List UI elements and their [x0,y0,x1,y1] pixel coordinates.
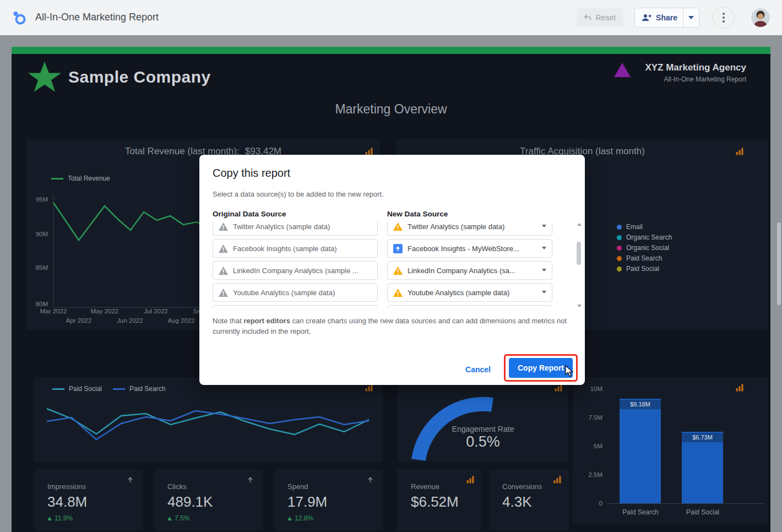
reset-button[interactable]: Reset [577,8,624,27]
divider [683,8,683,27]
share-button[interactable]: Share [634,8,699,28]
warning-icon [393,289,403,297]
data-source-row [213,305,569,308]
new-data-source-header: New Data Source [387,210,448,218]
original-data-source-header: Original Data Source [213,210,286,218]
report-title: All-In-One Marketing Report [35,12,159,23]
topbar: All-In-One Marketing Report Reset Share [0,0,782,35]
dropdown-caret-icon [542,269,546,272]
data-source-list: Twitter Analytics (sample data) Twitter … [213,222,569,308]
dropdown-caret-icon [542,291,546,294]
person-add-icon [642,13,651,23]
window-scrollbar-thumb[interactable] [777,222,781,305]
warning-icon [393,222,403,231]
warning-icon [393,267,403,275]
cursor-icon [565,365,574,377]
original-data-source: Facebook Insights (sample data) [213,239,378,258]
original-data-source: LinkedIn Company Analytics (sample ... [213,261,378,280]
warning-icon [219,245,228,253]
connector-icon [393,244,403,253]
new-data-source-dropdown[interactable]: Youtube Analytics (sample data) [387,283,552,302]
new-data-source-dropdown[interactable]: Twitter Analytics (sample data) [387,222,552,236]
avatar[interactable] [751,8,770,27]
cancel-button[interactable]: Cancel [454,360,502,379]
scrollbar-thumb[interactable] [577,242,581,265]
copy-report-button[interactable]: Copy Report [509,358,573,378]
data-source-row: Youtube Analytics (sample data) Youtube … [213,283,569,302]
reset-label: Reset [596,13,616,22]
dropdown-caret-icon [542,225,546,227]
undo-icon [583,13,592,22]
scroll-down-icon[interactable] [577,305,582,307]
share-label: Share [656,13,677,22]
more-options-button[interactable] [713,7,735,29]
share-dropdown-icon[interactable] [688,16,694,19]
data-source-row: Twitter Analytics (sample data) Twitter … [213,222,569,236]
original-data-source: Twitter Analytics (sample data) [213,222,378,236]
dialog-title: Copy this report [213,167,290,180]
new-data-source-dropdown[interactable]: Facebook Insights - MyWebStore... [387,239,552,258]
scroll-up-icon[interactable] [577,223,582,226]
new-data-source-dropdown[interactable]: LinkedIn Company Analytics (sa... [387,261,552,280]
copy-report-dialog: Copy this report Select a data source(s)… [199,155,585,385]
warning-icon [219,289,228,297]
dialog-note: Note that report editors can create char… [213,316,571,337]
data-source-row: Facebook Insights (sample data) Facebook… [213,239,569,258]
warning-icon [219,222,228,231]
app-window: All-In-One Marketing Report Reset Share [0,0,782,532]
original-data-source: Youtube Analytics (sample data) [213,283,378,302]
dialog-scrollbar[interactable] [576,223,582,307]
data-source-row: LinkedIn Company Analytics (sample ... L… [213,261,569,280]
looker-studio-logo-icon[interactable] [12,10,26,25]
warning-icon [219,267,228,275]
more-options-icon [723,13,725,23]
dialog-subtitle: Select a data source(s) to be added to t… [213,190,384,198]
dropdown-caret-icon [542,247,546,249]
